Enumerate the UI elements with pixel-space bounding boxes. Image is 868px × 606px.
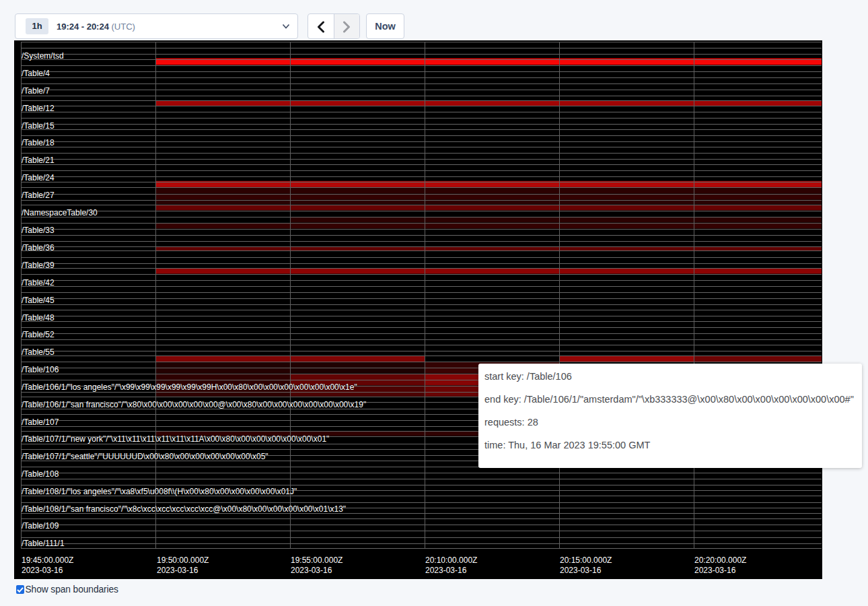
svg-text:/Table/21: /Table/21 bbox=[22, 156, 55, 165]
svg-text:/Table/55: /Table/55 bbox=[22, 347, 55, 357]
svg-text:/Table/109: /Table/109 bbox=[22, 521, 59, 531]
svg-text:19:55:00.000Z: 19:55:00.000Z bbox=[291, 556, 342, 565]
svg-text:2023-03-16: 2023-03-16 bbox=[291, 566, 332, 575]
svg-text:2023-03-16: 2023-03-16 bbox=[694, 566, 736, 575]
svg-text:/Table/27: /Table/27 bbox=[22, 191, 55, 200]
svg-text:/Table/106: /Table/106 bbox=[22, 365, 59, 374]
svg-text:20:10:00.000Z: 20:10:00.000Z bbox=[425, 556, 477, 565]
svg-text:/Table/42: /Table/42 bbox=[22, 278, 55, 288]
svg-text:/Table/7: /Table/7 bbox=[22, 86, 50, 96]
svg-text:/Table/107/1/"seattle"/"UUUUUU: /Table/107/1/"seattle"/"UUUUUUD\x00\x80\… bbox=[22, 452, 268, 461]
svg-text:/Table/24: /Table/24 bbox=[22, 173, 55, 182]
svg-text:/Table/108: /Table/108 bbox=[22, 469, 59, 479]
svg-text:/Table/12: /Table/12 bbox=[22, 104, 55, 113]
svg-text:/Table/107: /Table/107 bbox=[22, 417, 59, 427]
svg-text:/Table/107/1/"new york"/"\x11\: /Table/107/1/"new york"/"\x11\x11\x11\x1… bbox=[22, 434, 329, 444]
svg-text:/Table/45: /Table/45 bbox=[22, 296, 55, 305]
svg-text:2023-03-16: 2023-03-16 bbox=[425, 566, 467, 575]
svg-text:/Table/106/1/"san francisco"/": /Table/106/1/"san francisco"/"\x80\x00\x… bbox=[22, 400, 366, 409]
svg-text:2023-03-16: 2023-03-16 bbox=[22, 566, 63, 575]
svg-text:20:15:00.000Z: 20:15:00.000Z bbox=[560, 556, 612, 565]
svg-text:/NamespaceTable/30: /NamespaceTable/30 bbox=[22, 208, 98, 217]
svg-text:/Table/33: /Table/33 bbox=[22, 226, 55, 235]
svg-text:19:45:00.000Z: 19:45:00.000Z bbox=[22, 556, 73, 565]
svg-text:/Table/18: /Table/18 bbox=[22, 138, 55, 147]
svg-text:/Table/111/1: /Table/111/1 bbox=[22, 539, 65, 548]
svg-text:19:50:00.000Z: 19:50:00.000Z bbox=[157, 556, 209, 565]
svg-text:2023-03-16: 2023-03-16 bbox=[560, 566, 602, 575]
svg-text:2023-03-16: 2023-03-16 bbox=[157, 566, 198, 575]
svg-text:/Table/108/1/"san francisco"/": /Table/108/1/"san francisco"/"\x8c\xcc\x… bbox=[22, 504, 346, 514]
svg-text:/Table/48: /Table/48 bbox=[22, 313, 55, 323]
svg-text:/Table/39: /Table/39 bbox=[22, 261, 55, 270]
svg-text:/Table/52: /Table/52 bbox=[22, 330, 55, 339]
svg-text:/System/tsd: /System/tsd bbox=[22, 51, 64, 61]
svg-text:/Table/36: /Table/36 bbox=[22, 243, 55, 252]
svg-text:/Table/106/1/"los angeles"/"\x: /Table/106/1/"los angeles"/"\x99\x99\x99… bbox=[22, 382, 357, 392]
svg-text:/Table/15: /Table/15 bbox=[22, 121, 55, 131]
svg-text:20:20:00.000Z: 20:20:00.000Z bbox=[694, 556, 746, 565]
svg-text:/Table/4: /Table/4 bbox=[22, 69, 50, 78]
svg-text:/Table/108/1/"los angeles"/"\x: /Table/108/1/"los angeles"/"\xa8\xf5\u00… bbox=[22, 487, 297, 496]
